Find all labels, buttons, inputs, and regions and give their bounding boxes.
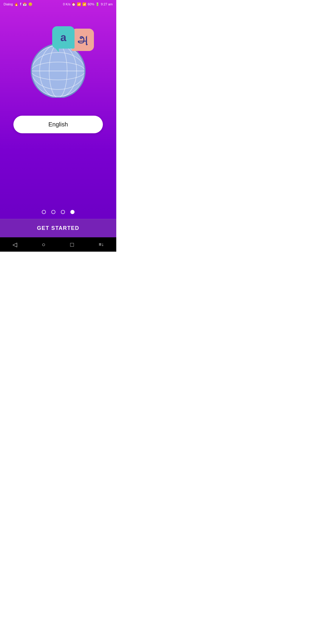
network-speed: 0 K/s — [63, 2, 70, 6]
language-select-button[interactable]: English — [13, 116, 103, 133]
nav-bar: ◁ ○ □ ≡↓ — [0, 237, 116, 252]
battery-icon: 🔋 — [95, 2, 100, 6]
facebook-icon: f — [20, 2, 21, 6]
status-bar: Dialog 🔥 f 📅 😊 0 K/s ⏰ 📶 📶 60% 🔋 9:27 am — [0, 0, 116, 8]
time: 9:27 am — [101, 2, 113, 6]
chat-bubbles: a அ — [52, 26, 94, 51]
battery-level: 60% — [88, 2, 94, 6]
app-name: Dialog — [4, 2, 13, 6]
bubble-latin: a — [52, 26, 75, 49]
status-right: 0 K/s ⏰ 📶 📶 60% 🔋 9:27 am — [63, 2, 113, 6]
app-illustration: a அ — [22, 26, 94, 98]
main-content: a அ English GET STARTED — [0, 8, 116, 237]
phone-screen: Dialog 🔥 f 📅 😊 0 K/s ⏰ 📶 📶 60% 🔋 9:27 am — [0, 0, 116, 252]
get-started-bar[interactable]: GET STARTED — [0, 219, 116, 237]
alarm-icon: ⏰ — [72, 2, 76, 6]
get-started-label: GET STARTED — [37, 225, 79, 231]
status-left: Dialog 🔥 f 📅 😊 — [4, 2, 32, 6]
signal-icon: 📶 — [82, 2, 86, 6]
dot-4-active[interactable] — [70, 210, 75, 214]
calendar-icon: 📅 — [23, 2, 27, 6]
dot-2[interactable] — [51, 210, 55, 214]
home-button[interactable]: ○ — [42, 241, 45, 248]
back-button[interactable]: ◁ — [13, 241, 17, 248]
dot-1[interactable] — [42, 210, 46, 214]
bubble-tamil: அ — [72, 29, 94, 51]
wifi-icon: 📶 — [77, 2, 81, 6]
page-dots — [42, 210, 75, 214]
extra-nav-button[interactable]: ≡↓ — [99, 242, 104, 247]
recent-apps-button[interactable]: □ — [70, 241, 74, 248]
dot-3[interactable] — [61, 210, 65, 214]
emoji-icon: 😊 — [28, 2, 32, 6]
fire-icon: 🔥 — [14, 2, 18, 6]
